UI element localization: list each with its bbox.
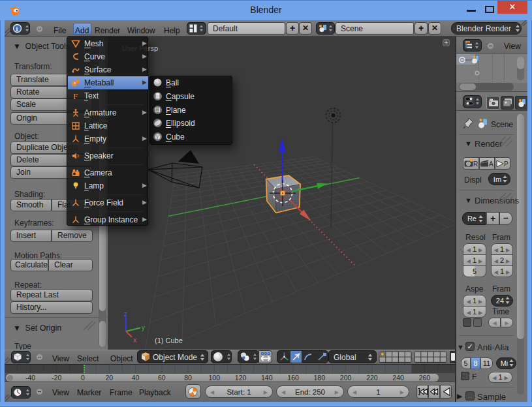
svg-text:y: y <box>142 324 145 331</box>
svg-text:40: 40 <box>132 374 140 382</box>
svg-text:20: 20 <box>105 374 113 382</box>
svg-text:120: 120 <box>235 374 247 382</box>
svg-text:140: 140 <box>261 374 273 382</box>
svg-text:0: 0 <box>81 374 85 382</box>
svg-text:200: 200 <box>340 374 352 382</box>
svg-text:260: 260 <box>419 374 431 382</box>
svg-text:A: A <box>489 160 493 168</box>
svg-text:220: 220 <box>366 374 378 382</box>
svg-text:160: 160 <box>287 374 299 382</box>
svg-text:z: z <box>124 310 127 318</box>
svg-text:x: x <box>133 337 136 344</box>
svg-text:240: 240 <box>392 374 404 382</box>
svg-text:i: i <box>16 25 18 33</box>
svg-text:-40: -40 <box>25 374 35 382</box>
svg-text:60: 60 <box>158 374 166 382</box>
svg-text:R: R <box>473 160 478 168</box>
svg-text:-20: -20 <box>52 374 61 382</box>
svg-text:80: 80 <box>184 374 192 382</box>
svg-text:180: 180 <box>314 374 326 382</box>
svg-text:(1) Cube: (1) Cube <box>155 337 183 344</box>
svg-text:100: 100 <box>209 374 221 382</box>
svg-text:P: P <box>504 160 509 168</box>
svg-text:F: F <box>73 91 78 100</box>
